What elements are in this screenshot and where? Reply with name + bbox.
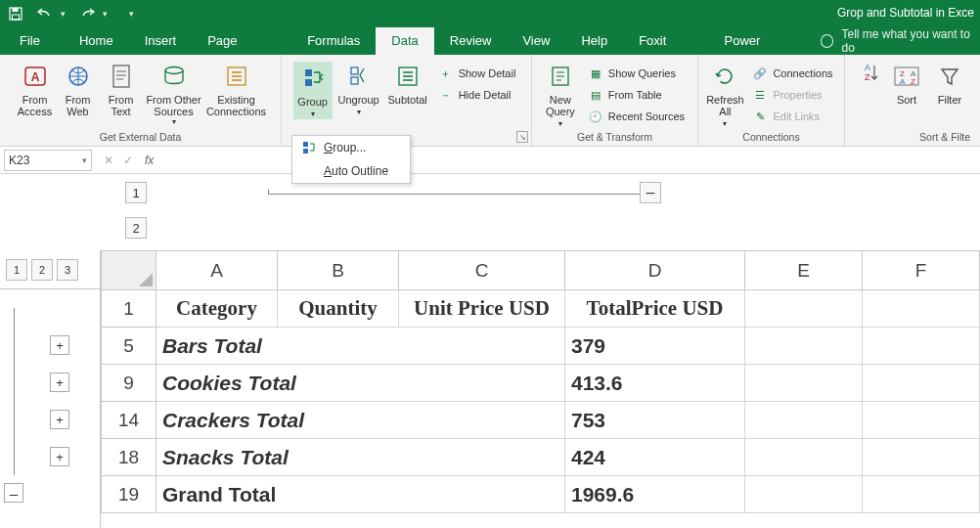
sort-button[interactable]: ZAAZ Sort: [887, 62, 926, 106]
select-all-corner[interactable]: [102, 251, 156, 290]
row-header-19[interactable]: 19: [102, 476, 156, 513]
recent-sources-button[interactable]: 🕘Recent Sources: [584, 107, 689, 126]
sort-az-button[interactable]: AZ: [856, 62, 883, 106]
connections-button[interactable]: 🔗Connections: [748, 64, 836, 83]
cell-F19[interactable]: [863, 476, 980, 513]
row-header-18[interactable]: 18: [102, 439, 156, 476]
tab-page-layout[interactable]: Page Layout: [192, 27, 291, 55]
expand-snacks-button[interactable]: +: [50, 447, 69, 466]
redo-dropdown-icon[interactable]: ▾: [103, 9, 108, 19]
cell-E1[interactable]: [745, 290, 863, 328]
cell-D18[interactable]: 424: [565, 439, 745, 476]
cell-E5[interactable]: [745, 328, 863, 365]
ungroup-button[interactable]: Ungroup ▾: [336, 62, 381, 119]
collapse-grand-button[interactable]: –: [4, 483, 23, 503]
row-outline-level-1[interactable]: 1: [6, 259, 27, 281]
tab-data[interactable]: Data: [376, 27, 433, 55]
tab-power-pivot[interactable]: Power Pivot: [709, 27, 805, 55]
row-header-14[interactable]: 14: [102, 402, 156, 439]
cell-A9[interactable]: Cookies Total: [156, 365, 565, 402]
cell-E9[interactable]: [745, 365, 863, 402]
other-sources-icon: [159, 62, 189, 91]
col-header-D[interactable]: D: [565, 251, 745, 290]
tab-file[interactable]: File: [0, 27, 64, 55]
cell-C1[interactable]: Unit Price USD: [399, 290, 565, 328]
cell-D1[interactable]: TotalPrice USD: [565, 290, 745, 328]
row-header-9[interactable]: 9: [102, 365, 156, 402]
from-web-button[interactable]: From Web: [59, 62, 98, 127]
show-detail-button[interactable]: ＋ Show Detail: [434, 64, 520, 83]
new-query-icon: [546, 62, 575, 91]
undo-icon[interactable]: [37, 6, 53, 22]
filter-button[interactable]: Filter: [930, 62, 969, 106]
col-header-B[interactable]: B: [278, 251, 399, 290]
sort-label: Sort: [897, 94, 916, 106]
cell-A19[interactable]: Grand Total: [156, 476, 565, 513]
subtotal-button[interactable]: Subtotal: [385, 62, 430, 119]
dropdown-group[interactable]: Group...: [292, 136, 410, 159]
col-header-F[interactable]: F: [863, 251, 980, 290]
cell-F9[interactable]: [863, 365, 980, 402]
cell-D5[interactable]: 379: [565, 328, 745, 365]
col-header-A[interactable]: A: [156, 251, 278, 290]
col-outline-level-1[interactable]: 1: [125, 182, 147, 203]
col-collapse-button[interactable]: –: [640, 182, 661, 203]
cell-A5[interactable]: Bars Total: [156, 328, 565, 365]
cell-E19[interactable]: [745, 476, 863, 513]
undo-dropdown-icon[interactable]: ▾: [61, 9, 66, 19]
tab-formulas[interactable]: Formulas: [291, 27, 376, 55]
cell-A1[interactable]: Category: [156, 290, 278, 328]
from-other-sources-button[interactable]: From Other Sources ▾: [145, 62, 203, 127]
cell-E18[interactable]: [745, 439, 863, 476]
outline-dialog-launcher[interactable]: ↘: [516, 131, 528, 143]
cell-B1[interactable]: Quantity: [278, 290, 399, 328]
group-button[interactable]: Group ▾: [293, 62, 333, 119]
row-header-1[interactable]: 1: [102, 290, 156, 328]
row-outline-level-3[interactable]: 3: [57, 259, 78, 281]
cell-A18[interactable]: Snacks Total: [156, 439, 565, 476]
dropdown-auto-outline[interactable]: Auto Outline: [292, 159, 410, 183]
name-box[interactable]: K23 ▾: [4, 150, 92, 171]
expand-bars-button[interactable]: +: [50, 335, 69, 355]
cell-F14[interactable]: [863, 402, 980, 439]
tab-home[interactable]: Home: [64, 27, 129, 55]
from-access-button[interactable]: A From Access: [16, 62, 55, 127]
redo-icon[interactable]: [79, 6, 95, 22]
col-header-E[interactable]: E: [745, 251, 863, 290]
from-text-button[interactable]: From Text: [102, 62, 141, 127]
chevron-down-icon[interactable]: ▾: [82, 155, 87, 165]
new-query-button[interactable]: New Query ▾: [541, 62, 580, 129]
col-outline-level-2[interactable]: 2: [125, 217, 147, 239]
cells-grid[interactable]: A B C D E F 1 Category Quantity Unit Pri…: [101, 250, 980, 528]
cell-F5[interactable]: [863, 328, 980, 365]
hide-detail-button[interactable]: － Hide Detail: [434, 85, 520, 105]
tab-help[interactable]: Help: [565, 27, 623, 55]
cell-D9[interactable]: 413.6: [565, 365, 745, 402]
tab-view[interactable]: View: [507, 27, 565, 55]
cell-D19[interactable]: 1969.6: [565, 476, 745, 513]
tab-foxit[interactable]: Foxit PDF: [623, 27, 708, 55]
existing-connections-button[interactable]: Existing Connections: [207, 62, 266, 127]
cell-D14[interactable]: 753: [565, 402, 745, 439]
cell-A14[interactable]: Crackers Total: [156, 402, 565, 439]
formula-buttons: ✕ ✓: [104, 154, 133, 167]
tell-me[interactable]: Tell me what you want to do: [805, 27, 980, 55]
fx-icon[interactable]: fx: [145, 154, 154, 167]
expand-crackers-button[interactable]: +: [50, 410, 69, 429]
refresh-all-button[interactable]: Refresh All ▾: [705, 62, 744, 129]
cell-E14[interactable]: [745, 402, 863, 439]
formula-input[interactable]: [159, 150, 980, 171]
row-header-5[interactable]: 5: [102, 328, 156, 365]
tab-review[interactable]: Review: [434, 27, 508, 55]
save-icon[interactable]: [8, 6, 23, 22]
expand-cookies-button[interactable]: +: [50, 373, 69, 392]
tab-insert[interactable]: Insert: [129, 27, 193, 55]
access-icon: A: [21, 62, 50, 91]
row-outline-level-2[interactable]: 2: [31, 259, 53, 281]
from-table-button[interactable]: ▤From Table: [584, 85, 689, 105]
show-queries-button[interactable]: ▦Show Queries: [584, 64, 689, 83]
col-header-C[interactable]: C: [399, 251, 565, 290]
cell-F1[interactable]: [863, 290, 980, 328]
cell-F18[interactable]: [863, 439, 980, 476]
qat-customize-icon[interactable]: ▾: [129, 9, 134, 19]
